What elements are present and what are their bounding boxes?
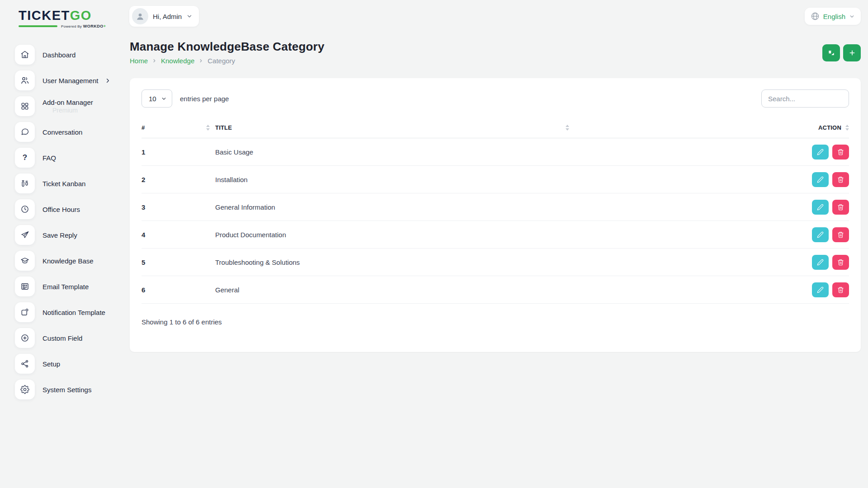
- entries-per-page-label: entries per page: [180, 95, 229, 103]
- main-content: Manage KnowledgeBase Category Home Knowl…: [118, 33, 868, 352]
- chevron-right-icon: [152, 58, 157, 63]
- home-icon: [20, 50, 29, 59]
- grid-icon: [20, 102, 29, 111]
- delete-button[interactable]: [832, 227, 849, 242]
- delete-button[interactable]: [832, 145, 849, 160]
- table-row: 3 General Information: [142, 193, 849, 221]
- delete-button[interactable]: [832, 255, 849, 270]
- kanban-icon: [20, 179, 29, 188]
- edit-button[interactable]: [812, 282, 829, 297]
- search-input[interactable]: [761, 89, 849, 108]
- edit-button[interactable]: [812, 255, 829, 270]
- email-template-icon: [20, 282, 29, 291]
- trash-icon: [837, 231, 844, 238]
- sidebar-item-user-management[interactable]: User Management: [15, 70, 118, 90]
- sidebar-item-office-hours[interactable]: Office Hours: [15, 199, 118, 219]
- table-row: 1 Basic Usage: [142, 138, 849, 166]
- pencil-icon: [817, 176, 824, 183]
- sort-icon[interactable]: [206, 125, 215, 131]
- delete-button[interactable]: [832, 172, 849, 187]
- users-icon: [20, 76, 29, 85]
- delete-button[interactable]: [832, 200, 849, 215]
- breadcrumb-knowledge[interactable]: Knowledge: [161, 57, 194, 65]
- sidebar-item-email-template[interactable]: Email Template: [15, 277, 118, 296]
- sidebar-item-knowledge-base[interactable]: Knowledge Base: [15, 251, 118, 271]
- language-selector[interactable]: English: [805, 8, 861, 25]
- category-table: # TITLE ACTION 1 Basic Usage: [142, 118, 849, 326]
- avatar: [132, 8, 148, 24]
- trash-icon: [837, 176, 844, 183]
- table-row: 5 Troubleshooting & Solutions: [142, 249, 849, 276]
- trash-icon: [837, 286, 844, 293]
- zendesk-icon: [827, 49, 835, 57]
- edit-button[interactable]: [812, 145, 829, 160]
- table-row: 2 Installation: [142, 166, 849, 193]
- chevron-down-icon: [161, 96, 167, 102]
- category-table-card: 10 entries per page # TITLE: [130, 78, 861, 352]
- sidebar-item-faq[interactable]: ? FAQ: [15, 148, 118, 168]
- topbar: TICKETGO Powered By WORKDO+ Hi, Admin En…: [0, 0, 868, 33]
- chevron-right-icon: [198, 58, 203, 63]
- notification-icon: [20, 308, 29, 317]
- sidebar-item-ticket-kanban[interactable]: Ticket Kanban: [15, 174, 118, 193]
- trash-icon: [837, 259, 844, 266]
- chevron-down-icon: [186, 13, 193, 19]
- chat-icon: [20, 127, 29, 136]
- language-label: English: [823, 13, 845, 20]
- sidebar: Dashboard User Management Add-on Manager…: [0, 33, 118, 405]
- sidebar-item-conversation[interactable]: Conversation: [15, 122, 118, 142]
- pencil-icon: [817, 259, 824, 266]
- plus-circle-icon: [20, 333, 29, 343]
- app-logo[interactable]: TICKETGO Powered By WORKDO+: [0, 5, 118, 28]
- table-header: # TITLE ACTION: [142, 118, 849, 138]
- gear-icon: [20, 385, 29, 394]
- edit-button[interactable]: [812, 227, 829, 242]
- sidebar-item-custom-field[interactable]: Custom Field: [15, 328, 118, 348]
- entries-per-page-value: 10: [149, 95, 156, 103]
- send-icon: [20, 230, 29, 239]
- graduation-cap-icon: [20, 256, 29, 265]
- plus-icon: [849, 49, 856, 56]
- user-greeting: Hi, Admin: [153, 13, 182, 20]
- logo-text: TICKETGO: [19, 9, 118, 22]
- edit-button[interactable]: [812, 200, 829, 215]
- column-header-action[interactable]: ACTION: [575, 124, 849, 131]
- globe-icon: [811, 12, 820, 21]
- logo-tagline: Powered By WORKDO+: [19, 24, 118, 28]
- sidebar-item-system-settings[interactable]: System Settings: [15, 380, 118, 399]
- sort-icon[interactable]: [845, 125, 849, 131]
- avatar-person-icon: [135, 11, 145, 21]
- table-row: 4 Product Documentation: [142, 221, 849, 249]
- breadcrumb-home[interactable]: Home: [130, 57, 148, 65]
- pencil-icon: [817, 149, 824, 155]
- page-title: Manage KnowledgeBase Category: [130, 40, 325, 54]
- trash-icon: [837, 149, 844, 155]
- sort-icon[interactable]: [566, 125, 575, 131]
- branch-icon: [20, 359, 29, 368]
- sidebar-item-dashboard[interactable]: Dashboard: [15, 45, 118, 65]
- sidebar-item-notification-template[interactable]: Notification Template: [15, 302, 118, 322]
- column-header-title[interactable]: TITLE: [215, 124, 575, 131]
- logo-underline: [19, 25, 57, 27]
- clock-icon: [20, 205, 29, 214]
- user-menu[interactable]: Hi, Admin: [129, 6, 199, 27]
- entries-per-page-select[interactable]: 10: [142, 89, 172, 108]
- pencil-icon: [817, 204, 824, 211]
- pencil-icon: [817, 231, 824, 238]
- table-summary: Showing 1 to 6 of 6 entries: [142, 318, 849, 326]
- chevron-down-icon: [849, 14, 855, 19]
- edit-button[interactable]: [812, 172, 829, 187]
- table-row: 6 General: [142, 276, 849, 304]
- breadcrumb: Home Knowledge Category: [130, 57, 325, 65]
- breadcrumb-current: Category: [208, 57, 235, 65]
- chevron-right-icon: [104, 77, 111, 84]
- sidebar-item-addon-manager[interactable]: Add-on Manager Premium: [15, 96, 118, 116]
- add-category-button[interactable]: [843, 44, 861, 61]
- premium-badge: Premium: [52, 107, 93, 114]
- question-icon: ?: [23, 153, 27, 162]
- column-header-index[interactable]: #: [142, 124, 215, 131]
- sidebar-item-setup[interactable]: Setup: [15, 354, 118, 374]
- zendesk-sync-button[interactable]: [822, 44, 840, 61]
- delete-button[interactable]: [832, 282, 849, 297]
- sidebar-item-save-reply[interactable]: Save Reply: [15, 225, 118, 245]
